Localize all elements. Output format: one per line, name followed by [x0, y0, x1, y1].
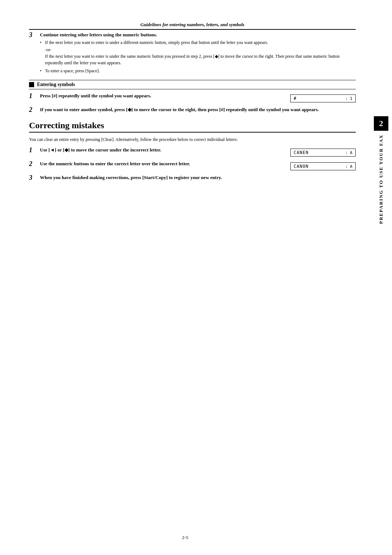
correct-display-value-1: CANEN	[294, 150, 309, 155]
symbols-step-2-number: 2	[29, 106, 40, 114]
right-sidebar: 2 PREPARING TO USE YOUR FAX	[370, 0, 392, 555]
correcting-mistakes-desc: You can clear an entire entry by pressin…	[29, 136, 356, 143]
page-header: Guidelines for entering numbers, letters…	[29, 22, 356, 30]
or-text-1: -or-	[45, 46, 356, 53]
step-3-number: 3	[29, 31, 40, 75]
symbols-display-1: # : 1	[290, 94, 356, 102]
bullet-text-1: If the next letter you want to enter is …	[45, 39, 268, 46]
step-3-title: Continue entering other letters using th…	[40, 32, 356, 38]
step-3-content: Continue entering other letters using th…	[40, 32, 356, 75]
correct-step-1-title: Use [◄] or [◆] to move the cursor under …	[40, 147, 283, 153]
correct-step-1: 1 Use [◄] or [◆] to move the cursor unde…	[29, 147, 356, 157]
chapter-number: 2	[374, 116, 388, 131]
correct-step-2-title: Use the numeric buttons to enter the cor…	[40, 161, 283, 167]
indent-para-1: If the next letter you want to enter is …	[45, 53, 356, 66]
bullet-1: • If the next letter you want to enter i…	[40, 39, 356, 46]
symbols-display-value-1: #	[294, 96, 297, 101]
correct-display-mode-2: : A	[345, 164, 352, 169]
symbols-display-mode-1: : 1	[345, 96, 352, 101]
correct-display-value-2: CANON	[294, 164, 309, 169]
correct-step-1-content: Use [◄] or [◆] to move the cursor under …	[40, 147, 283, 154]
black-square-icon	[29, 82, 34, 87]
symbols-step-1-content: Press [#] repeatedly until the symbol yo…	[40, 93, 283, 100]
bullet-text-2: To enter a space, press [Space].	[45, 68, 100, 74]
entering-symbols-heading: Entering symbols	[29, 80, 356, 89]
symbols-step-1-number: 1	[29, 92, 40, 100]
correct-step-3: 3 When you have finished making correcti…	[29, 175, 356, 182]
bullet-2: • To enter a space, press [Space].	[40, 68, 356, 74]
symbols-step-2-content: If you want to enter another symbol, pre…	[40, 107, 356, 114]
bullet-char-2: •	[40, 68, 45, 74]
page-number: 2-5	[182, 535, 188, 540]
correct-step-2: 2 Use the numeric buttons to enter the c…	[29, 161, 356, 170]
sidebar-text: PREPARING TO USE YOUR FAX	[378, 134, 384, 224]
step-3-body: • If the next letter you want to enter i…	[40, 39, 356, 74]
main-content: Guidelines for entering numbers, letters…	[29, 22, 356, 182]
correct-step-1-number: 1	[29, 146, 40, 154]
step-3-block: 3 Continue entering other letters using …	[29, 32, 356, 75]
symbols-step-2: 2 If you want to enter another symbol, p…	[29, 107, 356, 114]
correct-step-2-number: 2	[29, 160, 40, 168]
correct-step-3-content: When you have finished making correction…	[40, 175, 356, 182]
bullet-char-1: •	[40, 39, 45, 46]
correcting-mistakes-title: Correcting mistakes	[29, 121, 356, 133]
correct-display-2: CANON : A	[290, 162, 356, 170]
symbols-step-1-title: Press [#] repeatedly until the symbol yo…	[40, 93, 283, 99]
correct-step-3-title: When you have finished making correction…	[40, 175, 356, 181]
page: 2 PREPARING TO USE YOUR FAX Guidelines f…	[0, 0, 392, 555]
page-footer: 2-5	[0, 535, 370, 540]
correct-display-mode-1: : A	[345, 150, 352, 155]
symbols-step-1: 1 Press [#] repeatedly until the symbol …	[29, 93, 356, 102]
symbols-step-2-title: If you want to enter another symbol, pre…	[40, 107, 356, 113]
page-header-title: Guidelines for entering numbers, letters…	[140, 22, 245, 27]
correct-step-2-content: Use the numeric buttons to enter the cor…	[40, 161, 283, 168]
correct-display-1: CANEN : A	[290, 149, 356, 157]
entering-symbols-label: Entering symbols	[37, 82, 75, 88]
correct-step-3-number: 3	[29, 174, 40, 182]
